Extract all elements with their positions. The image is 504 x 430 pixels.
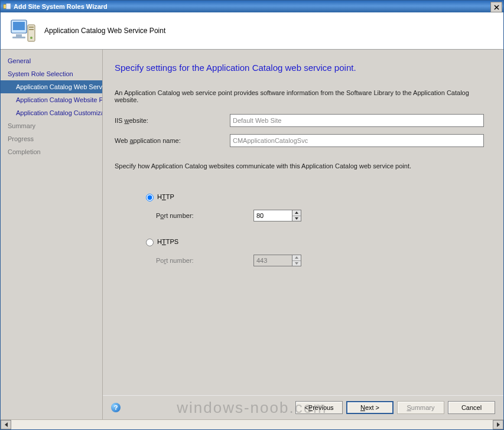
wizard-titlebar-icon [3, 2, 11, 11]
http-radio[interactable] [146, 194, 154, 201]
webapp-name-label: Web application name: [115, 137, 230, 144]
https-port-row: Port number: [156, 255, 492, 266]
svg-rect-5 [13, 22, 25, 30]
https-radio-row: HTTPS [143, 237, 492, 246]
sidebar-item-app-catalog-web-service-point[interactable]: Application Catalog Web Service Point [1, 80, 102, 93]
svg-point-11 [30, 37, 32, 39]
spin-up-button [292, 255, 301, 260]
button-bar: ? < Previous Next > Summary Cancel [103, 395, 503, 419]
sidebar-item-app-catalog-customizations[interactable]: Application Catalog Customizations [1, 106, 102, 119]
wizard-window: Add Site System Roles Wizard Application… [0, 0, 504, 430]
svg-rect-7 [12, 37, 25, 38]
spin-down-button [292, 260, 301, 266]
page-heading: Specify settings for the Application Cat… [115, 63, 492, 73]
summary-button: Summary [397, 401, 444, 414]
help-icon[interactable]: ? [111, 403, 121, 412]
http-port-row: Port number: [156, 210, 492, 221]
https-port-label: Port number: [156, 257, 253, 264]
scroll-right-button[interactable] [493, 420, 503, 429]
svg-rect-9 [29, 27, 34, 28]
cancel-button[interactable]: Cancel [448, 401, 495, 414]
sidebar-item-completion: Completion [1, 145, 102, 158]
chevron-down-icon [295, 217, 298, 220]
horizontal-scrollbar[interactable] [1, 419, 503, 429]
sidebar-item-summary: Summary [1, 119, 102, 132]
sidebar-item-system-role-selection[interactable]: System Role Selection [1, 67, 102, 80]
close-icon [494, 5, 499, 10]
chevron-down-icon [295, 262, 298, 265]
sidebar-item-progress: Progress [1, 132, 102, 145]
content-panel: Specify settings for the Application Cat… [102, 50, 503, 419]
http-port-spinner[interactable] [253, 210, 301, 221]
titlebar: Add Site System Roles Wizard [1, 1, 503, 12]
webapp-name-input[interactable] [230, 134, 484, 147]
svg-rect-10 [29, 29, 34, 30]
sidebar-item-app-catalog-website-point[interactable]: Application Catalog Website Point [1, 93, 102, 106]
chevron-left-icon [5, 422, 8, 427]
next-button[interactable]: Next > [346, 401, 394, 414]
spin-up-button[interactable] [292, 210, 301, 216]
page-description: An Application Catalog web service point… [115, 89, 492, 103]
chevron-up-icon [295, 211, 298, 214]
iis-website-label: IIS website: [115, 117, 230, 124]
computer-server-icon [9, 17, 37, 45]
svg-rect-1 [6, 4, 11, 9]
https-port-input [254, 255, 292, 266]
iis-website-row: IIS website: [115, 114, 492, 127]
previous-button[interactable]: < Previous [295, 401, 343, 414]
http-port-label: Port number: [156, 212, 253, 219]
spin-down-button[interactable] [292, 216, 301, 221]
banner-title: Application Catalog Web Service Point [44, 27, 165, 35]
scroll-left-button[interactable] [1, 420, 11, 429]
http-radio-row: HTTP [143, 192, 492, 201]
chevron-right-icon [497, 422, 500, 427]
wizard-body: General System Role Selection Applicatio… [1, 50, 503, 419]
chevron-up-icon [295, 256, 298, 259]
svg-rect-6 [16, 34, 22, 37]
close-button[interactable] [490, 2, 502, 12]
http-port-input[interactable] [254, 210, 292, 221]
sidebar: General System Role Selection Applicatio… [1, 50, 102, 419]
iis-website-input[interactable] [230, 114, 484, 127]
https-port-spinner [253, 255, 301, 266]
banner: Application Catalog Web Service Point [1, 12, 503, 50]
https-radio-label: HTTPS [157, 238, 178, 245]
communication-note: Specify how Application Catalog websites… [115, 162, 492, 170]
https-radio[interactable] [146, 239, 154, 246]
sidebar-item-general[interactable]: General [1, 54, 102, 67]
http-radio-label: HTTP [157, 193, 174, 200]
webapp-name-row: Web application name: [115, 134, 492, 147]
titlebar-title: Add Site System Roles Wizard [14, 3, 108, 10]
